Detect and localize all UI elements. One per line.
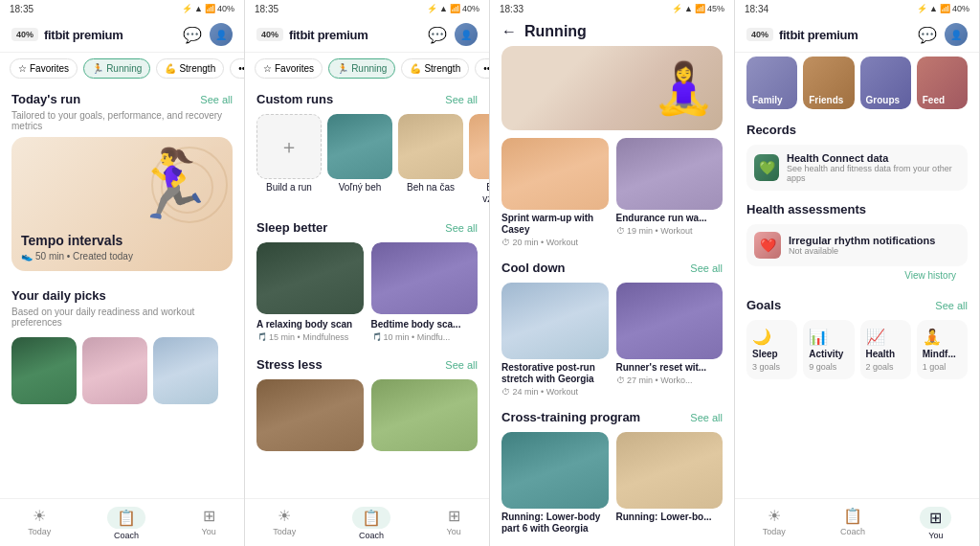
chip-running-1[interactable]: 🏃 Running xyxy=(83,58,150,79)
nav-coach-label-2: Coach xyxy=(359,531,384,540)
panel-4: 18:34 ⚡ ▲ 📶 40% 40% fitbit premium 💬 👤 F… xyxy=(735,0,980,546)
chip-favorites-2[interactable]: ☆ Favorites xyxy=(255,58,323,79)
sprint-figure: 🧘‍♀️ xyxy=(653,59,715,118)
friends-label: Friends xyxy=(809,95,843,105)
avatar-2[interactable]: 👤 xyxy=(455,23,478,46)
cross-card-1[interactable]: Running: Lower-body part 6 with Georgia xyxy=(501,432,609,535)
cross-training-see-all[interactable]: See all xyxy=(690,412,723,423)
nav-today-2[interactable]: ☀ Today xyxy=(265,505,303,542)
custom-runs-header: Custom runs See all xyxy=(245,84,489,110)
custom-runs-see-all[interactable]: See all xyxy=(445,94,478,105)
sleep-card-1[interactable]: A relaxing body scan 🎵 15 min • Mindfuln… xyxy=(256,242,364,342)
health-connect-item[interactable]: 💚 Health Connect data See health and fit… xyxy=(746,145,968,191)
run-card-thumb-2 xyxy=(398,114,463,179)
nav-you-2[interactable]: ⊞ You xyxy=(439,505,469,542)
sleep-better-title: Sleep better xyxy=(256,220,327,235)
chip-favorites-1[interactable]: ☆ Favorites xyxy=(10,58,78,79)
view-history-link[interactable]: View history xyxy=(746,266,968,284)
chip-running-2[interactable]: 🏃 Running xyxy=(328,58,395,79)
audio-icon-sleep-2: 🎵 xyxy=(371,332,382,342)
scroll-content-4: Family Friends Groups Feed Records 💚 Hea… xyxy=(735,53,979,498)
chip-more-2[interactable]: ••• xyxy=(475,58,489,79)
sprint-meta: ⏱ 20 min • Workout xyxy=(501,238,609,247)
back-arrow[interactable]: ← xyxy=(501,23,517,40)
cross-card-2[interactable]: Running: Lower-bo... xyxy=(616,432,724,535)
run-card-3[interactable]: Beh na vzdiale... xyxy=(469,114,489,205)
endurance-meta: ⏱ 19 min • Workout xyxy=(616,226,724,236)
family-card[interactable]: Family xyxy=(746,57,797,109)
message-icon-1[interactable]: 💬 xyxy=(183,26,202,44)
nav-coach-4[interactable]: 📋 Coach xyxy=(833,505,873,542)
run-card-1[interactable]: Voľný beh xyxy=(327,114,392,205)
sleep-label: Sleep xyxy=(752,349,778,359)
nav-coach-2[interactable]: 📋 Coach xyxy=(345,505,398,542)
main-card-meta: 👟 50 min • Created today xyxy=(21,251,133,262)
sleep-better-see-all[interactable]: See all xyxy=(445,222,478,234)
goal-health[interactable]: 📈 Health 2 goals xyxy=(860,320,911,379)
feed-card[interactable]: Feed xyxy=(917,57,968,109)
run-card-add[interactable]: ＋ Build a run xyxy=(256,114,322,205)
irregular-title: Irregular rhythm notifications xyxy=(789,235,935,246)
status-bar-1: 18:35 ⚡ ▲ 📶 40% xyxy=(0,0,244,17)
featured-pair-row: Sprint warm-up with Casey ⏱ 20 min • Wor… xyxy=(490,134,734,253)
nav-you-1[interactable]: ⊞ You xyxy=(194,505,224,542)
stress-less-see-all[interactable]: See all xyxy=(445,359,478,371)
today-icon-4: ☀ xyxy=(768,507,781,525)
goals-title: Goals xyxy=(746,298,781,312)
header-2: 40% fitbit premium 💬 👤 xyxy=(245,17,489,53)
message-icon-4[interactable]: 💬 xyxy=(918,26,937,44)
goal-sleep[interactable]: 🌙 Sleep 3 goals xyxy=(746,320,797,379)
goal-activity[interactable]: 📊 Activity 9 goals xyxy=(803,320,854,379)
nav-coach-1[interactable]: 📋 Coach xyxy=(100,505,153,542)
you-icon-2: ⊞ xyxy=(448,507,460,525)
cool-card-2[interactable]: Runner's reset wit... ⏱ 27 min • Worko..… xyxy=(616,283,724,397)
sleep-card-2[interactable]: Bedtime body sca... 🎵 10 min • Mindfu... xyxy=(371,242,479,342)
run-card-label-1: Voľný beh xyxy=(327,182,392,193)
activity-label: Activity xyxy=(809,349,843,359)
header-icons-1: 💬 👤 xyxy=(183,23,233,46)
header-left-1: 40% fitbit premium xyxy=(11,28,122,42)
endurance-card[interactable]: Endurance run wa... ⏱ 19 min • Workout xyxy=(616,138,724,247)
cross-label-2: Running: Lower-bo... xyxy=(616,512,724,523)
message-icon-2[interactable]: 💬 xyxy=(428,26,447,44)
chip-strength-2[interactable]: 💪 Strength xyxy=(401,58,469,79)
goals-see-all[interactable]: See all xyxy=(935,300,968,311)
header-1: 40% fitbit premium 💬 👤 xyxy=(0,17,244,53)
todays-run-see-all[interactable]: See all xyxy=(200,94,233,105)
wifi-icon-4: ▲ xyxy=(929,4,938,13)
run-card-2[interactable]: Beh na čas xyxy=(398,114,463,205)
avatar-1[interactable]: 👤 xyxy=(210,23,233,46)
stress-card-1[interactable] xyxy=(256,379,364,451)
chip-strength-1[interactable]: 💪 Strength xyxy=(156,58,224,79)
status-time-2: 18:35 xyxy=(255,4,278,14)
sprint-card[interactable]: Sprint warm-up with Casey ⏱ 20 min • Wor… xyxy=(501,138,609,247)
app-title-1: fitbit premium xyxy=(44,28,122,42)
pick-thumb-2[interactable] xyxy=(82,337,147,404)
bluetooth-icon-2: ⚡ xyxy=(427,4,437,13)
goal-mindfulness[interactable]: 🧘 Mindf... 1 goal xyxy=(917,320,968,379)
groups-card[interactable]: Groups xyxy=(860,57,911,109)
todays-run-card[interactable]: 🏃‍♀️ Tempo intervals 👟 50 min • Created … xyxy=(11,137,233,271)
signal-icon-2: 📶 xyxy=(450,4,460,13)
status-icons-3: ⚡ ▲ 📶 45% xyxy=(672,4,724,13)
friends-card[interactable]: Friends xyxy=(803,57,854,109)
cool-card-1[interactable]: Restorative post-run stretch with Georgi… xyxy=(501,283,609,397)
pick-thumb-3[interactable] xyxy=(153,337,218,404)
nav-today-4[interactable]: ☀ Today xyxy=(755,505,793,542)
scroll-content-3: 🧘‍♀️ Sprint warm-up with Casey ⏱ 20 min … xyxy=(490,46,734,546)
stress-card-2[interactable] xyxy=(371,379,479,451)
chip-more-1[interactable]: ••• xyxy=(230,58,244,79)
irregular-rhythm-item[interactable]: ❤️ Irregular rhythm notifications Not av… xyxy=(746,224,968,266)
nav-today-1[interactable]: ☀ Today xyxy=(20,505,58,542)
avatar-4[interactable]: 👤 xyxy=(945,23,968,46)
pick-thumb-1[interactable] xyxy=(11,337,77,404)
nav-you-4[interactable]: ⊞ You xyxy=(912,505,959,542)
header-left-2: 40% fitbit premium xyxy=(256,28,368,42)
sprint-featured-card[interactable]: 🧘‍♀️ xyxy=(501,46,723,130)
sleep-meta-1: 🎵 15 min • Mindfulness xyxy=(256,332,364,342)
stress-thumb-1 xyxy=(256,379,364,451)
chip-label-favorites-1: Favorites xyxy=(30,63,69,74)
chip-label-strength-2: Strength xyxy=(424,63,460,74)
cool-down-see-all[interactable]: See all xyxy=(690,262,723,274)
health-icon: 📈 xyxy=(866,328,885,346)
